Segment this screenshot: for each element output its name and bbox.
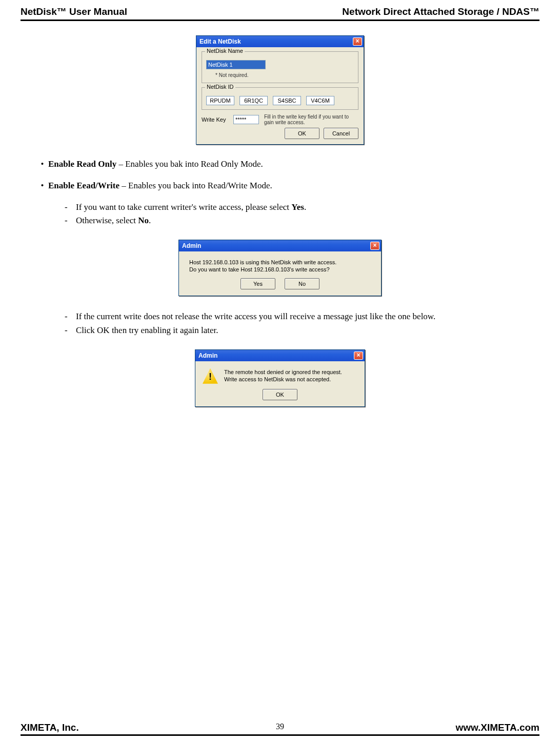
admin-dialog-2: Admin × The remote host denied or ignore… <box>195 349 365 407</box>
admin1-titlebar[interactable]: Admin × <box>179 240 381 251</box>
edit-dialog-title: Edit a NetDisk <box>199 38 241 45</box>
edit-netdisk-dialog: Edit a NetDisk × NetDisk Name NetDisk 1 … <box>196 35 364 145</box>
footer-rule <box>21 734 539 736</box>
footer-url: www.XIMETA.com <box>455 722 539 733</box>
rw-strong: Enable Eead/Write <box>48 181 119 190</box>
netdisk-id-group: NetDisk ID RPUDM 6R1QC S4SBC V4C6M <box>202 87 358 110</box>
netdisk-name-legend: NetDisk Name <box>205 48 245 54</box>
write-key-input[interactable]: ***** <box>233 115 259 124</box>
enable-read-only-bullet: Enable Read Only – Enables you bak into … <box>48 159 531 169</box>
admin-dialog-1: Admin × Host 192.168.0.103 is using this… <box>178 240 382 297</box>
yes-button[interactable]: Yes <box>241 278 275 289</box>
rw-rest: – Enables you back into Read/Write Mode. <box>119 181 272 190</box>
id-field-1[interactable]: RPUDM <box>206 96 234 105</box>
write-key-label: Write Key <box>202 116 228 123</box>
no-button[interactable]: No <box>285 278 319 289</box>
admin2-title: Admin <box>198 352 217 359</box>
header-right: Network Direct Attached Storage / NDAS™ <box>342 6 539 17</box>
netdisk-name-group: NetDisk Name NetDisk 1 * Not required. <box>202 51 358 83</box>
close-icon[interactable]: × <box>370 242 379 250</box>
page-footer: XIMETA, Inc. 39 www.XIMETA.com <box>21 722 539 736</box>
header-left: NetDisk™ User Manual <box>21 6 127 17</box>
edit-dialog-titlebar[interactable]: Edit a NetDisk × <box>196 36 364 47</box>
netdisk-name-input[interactable]: NetDisk 1 <box>206 60 266 69</box>
footer-company: XIMETA, Inc. <box>21 722 79 733</box>
admin2-titlebar[interactable]: Admin × <box>195 350 365 361</box>
id-field-4[interactable]: V4C6M <box>306 96 334 105</box>
id-field-3[interactable]: S4SBC <box>273 96 301 105</box>
ro-strong: Enable Read Only <box>48 159 116 169</box>
close-icon[interactable]: × <box>354 352 363 360</box>
admin1-title: Admin <box>182 242 201 249</box>
page-number: 39 <box>276 722 284 731</box>
dash-list-a: If you want to take current writer's wri… <box>29 201 531 227</box>
ok-button[interactable]: OK <box>263 389 297 400</box>
admin2-message: The remote host denied or ignored the re… <box>224 368 342 383</box>
close-icon[interactable]: × <box>353 37 362 46</box>
id-field-2[interactable]: 6R1QC <box>239 96 268 105</box>
dash-b-2: Click OK then try enabling it again late… <box>65 324 531 337</box>
netdisk-id-legend: NetDisk ID <box>205 84 235 90</box>
name-note: * Not required. <box>206 72 354 79</box>
ro-rest: – Enables you bak into Read Only Mode. <box>116 159 263 169</box>
warning-icon <box>203 368 218 384</box>
admin1-message: Host 192.168.0.103 is using this NetDisk… <box>189 259 336 274</box>
mode-bullets: Enable Read Only – Enables you bak into … <box>29 159 531 191</box>
write-key-hint: Fill in the write key field if you want … <box>264 114 358 126</box>
page-header: NetDisk™ User Manual Network Direct Atta… <box>21 6 539 18</box>
dash-a-2: Otherwise, select No. <box>65 215 531 227</box>
ok-button[interactable]: OK <box>285 128 319 139</box>
dash-b-1: If the current write does not release th… <box>65 310 531 323</box>
dash-list-b: If the current write does not release th… <box>29 310 531 337</box>
cancel-button[interactable]: Cancel <box>324 128 358 139</box>
dash-a-1: If you want to take current writer's wri… <box>65 201 531 214</box>
enable-read-write-bullet: Enable Eead/Write – Enables you back int… <box>48 181 531 191</box>
